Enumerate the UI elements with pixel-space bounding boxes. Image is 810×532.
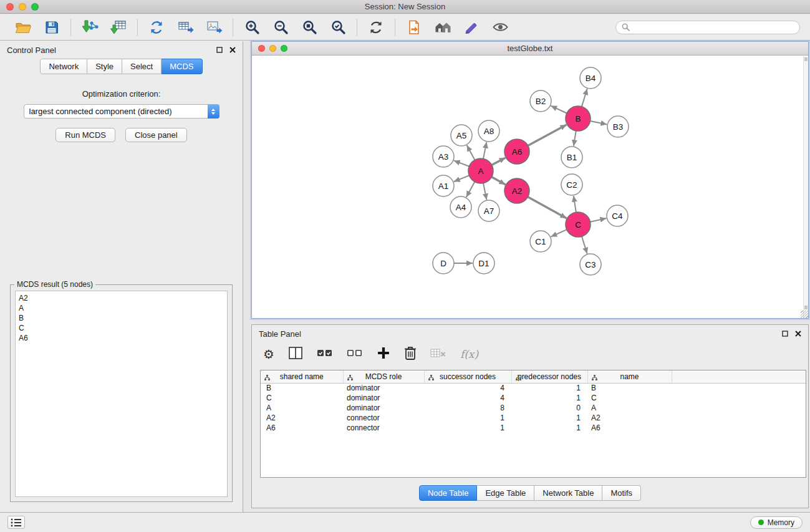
- delete-column-button[interactable]: [404, 346, 417, 363]
- cell[interactable]: A2: [261, 413, 343, 423]
- node-B[interactable]: B: [566, 106, 591, 131]
- cell[interactable]: 1: [511, 393, 587, 403]
- network-zoom-button[interactable]: [281, 45, 287, 52]
- table-row-B[interactable]: Bdominator41B: [261, 383, 806, 393]
- cell[interactable]: dominator: [343, 393, 424, 403]
- node-A1[interactable]: A1: [433, 175, 454, 196]
- close-panel-icon[interactable]: [229, 47, 236, 53]
- close-table-panel-icon[interactable]: [795, 331, 801, 337]
- column-header-shared-name[interactable]: shared name: [261, 370, 343, 383]
- cell[interactable]: connector: [343, 413, 424, 423]
- show-panels-button[interactable]: [7, 516, 25, 529]
- unselect-all-button[interactable]: [347, 347, 363, 361]
- cell[interactable]: dominator: [343, 403, 424, 413]
- edge-A-A2[interactable]: [492, 177, 506, 185]
- node-A8[interactable]: A8: [478, 120, 499, 142]
- zoom-in-button[interactable]: [241, 17, 263, 37]
- edge-A-A1[interactable]: [454, 175, 470, 181]
- edge-C-C1[interactable]: [551, 230, 566, 236]
- close-panel-button[interactable]: Close panel: [125, 128, 187, 142]
- cell[interactable]: 1: [511, 413, 587, 423]
- result-item-A6[interactable]: A6: [19, 333, 224, 343]
- edge-A-A8[interactable]: [483, 142, 486, 159]
- mcds-result-list[interactable]: A2ABCA6: [15, 291, 228, 497]
- import-table-button[interactable]: [108, 17, 129, 37]
- memory-button[interactable]: Memory: [750, 516, 803, 529]
- edge-A-A4[interactable]: [466, 182, 475, 198]
- cell[interactable]: B: [261, 383, 343, 393]
- zoom-selected-button[interactable]: [327, 17, 349, 37]
- optimization-dropdown[interactable]: largest connected component (directed): [24, 104, 219, 118]
- node-D1[interactable]: D1: [473, 253, 494, 274]
- network-close-button[interactable]: [258, 45, 265, 52]
- refresh-view-button[interactable]: [365, 17, 387, 37]
- cell[interactable]: A6: [261, 423, 343, 433]
- show-hide-graphics-button[interactable]: [489, 17, 511, 37]
- select-all-button[interactable]: [317, 347, 333, 361]
- result-item-A2[interactable]: A2: [19, 293, 224, 303]
- result-item-A[interactable]: A: [19, 303, 224, 313]
- cell[interactable]: A: [587, 403, 672, 413]
- tab-motifs[interactable]: Motifs: [602, 485, 641, 501]
- column-header-predecessor-nodes[interactable]: predecessor nodes: [511, 370, 587, 383]
- cell[interactable]: dominator: [343, 383, 424, 393]
- cell[interactable]: 1: [511, 423, 587, 433]
- node-A4[interactable]: A4: [450, 196, 471, 218]
- cell[interactable]: 1: [424, 423, 511, 433]
- column-header-mcds-role[interactable]: MCDS role: [343, 370, 424, 383]
- node-C[interactable]: C: [566, 212, 591, 237]
- node-A7[interactable]: A7: [478, 200, 499, 221]
- node-A3[interactable]: A3: [433, 146, 454, 167]
- cell[interactable]: 8: [424, 403, 511, 413]
- edge-B-B1[interactable]: [574, 131, 576, 147]
- import-network-button[interactable]: [79, 17, 100, 37]
- cell[interactable]: C: [261, 393, 343, 403]
- cell[interactable]: 1: [424, 413, 511, 423]
- table-settings-button[interactable]: ⚙: [263, 348, 274, 360]
- node-B2[interactable]: B2: [530, 90, 551, 112]
- tab-network-table[interactable]: Network Table: [534, 485, 602, 501]
- result-item-B[interactable]: B: [19, 313, 224, 323]
- node-C4[interactable]: C4: [607, 205, 628, 226]
- vertical-scrollbar[interactable]: [803, 56, 808, 318]
- table-row-A6[interactable]: A6connector11A6: [261, 423, 806, 433]
- run-mcds-button[interactable]: Run MCDS: [55, 128, 115, 142]
- close-window-button[interactable]: [6, 3, 14, 11]
- tab-select[interactable]: Select: [122, 59, 162, 74]
- add-column-button[interactable]: [377, 346, 390, 362]
- edge-A-A6[interactable]: [492, 158, 506, 165]
- tab-node-table[interactable]: Node Table: [419, 485, 478, 501]
- node-A[interactable]: A: [468, 158, 493, 183]
- tab-edge-table[interactable]: Edge Table: [477, 485, 534, 501]
- node-B3[interactable]: B3: [607, 116, 629, 137]
- table-row-A[interactable]: Adominator80A: [261, 403, 806, 413]
- cell[interactable]: A: [261, 403, 343, 413]
- show-columns-button[interactable]: [288, 346, 303, 362]
- tab-style[interactable]: Style: [87, 59, 122, 74]
- function-builder-button[interactable]: f(x): [460, 348, 478, 360]
- export-network-button[interactable]: [146, 17, 167, 37]
- cell[interactable]: 0: [511, 403, 587, 413]
- edge-B-B2[interactable]: [551, 106, 567, 114]
- node-D[interactable]: D: [433, 253, 454, 274]
- edge-C-C2[interactable]: [574, 196, 576, 212]
- cell[interactable]: B: [587, 383, 672, 393]
- resize-grip[interactable]: [801, 311, 808, 318]
- edge-A2-C[interactable]: [528, 197, 567, 218]
- export-image-button[interactable]: [203, 17, 224, 37]
- delete-table-button[interactable]: [430, 347, 446, 362]
- cell[interactable]: connector: [343, 423, 424, 433]
- export-table-button[interactable]: [175, 17, 196, 37]
- network-canvas[interactable]: B4B2BB3A8A5A6A3B1AA1C2A2A4A7C4CC1DD1C3: [252, 56, 803, 318]
- analyzer-button[interactable]: [461, 17, 482, 37]
- column-header-name[interactable]: name: [587, 370, 672, 383]
- edge-A-A7[interactable]: [483, 183, 486, 200]
- edge-A6-B[interactable]: [528, 125, 567, 146]
- edge-C-C3[interactable]: [582, 236, 587, 254]
- cell[interactable]: 1: [511, 383, 587, 393]
- column-header-successor-nodes[interactable]: successor nodes: [424, 370, 511, 383]
- open-document-button[interactable]: [403, 17, 425, 37]
- open-session-button[interactable]: [12, 17, 34, 37]
- node-C2[interactable]: C2: [561, 174, 582, 195]
- zoom-out-button[interactable]: [270, 17, 291, 37]
